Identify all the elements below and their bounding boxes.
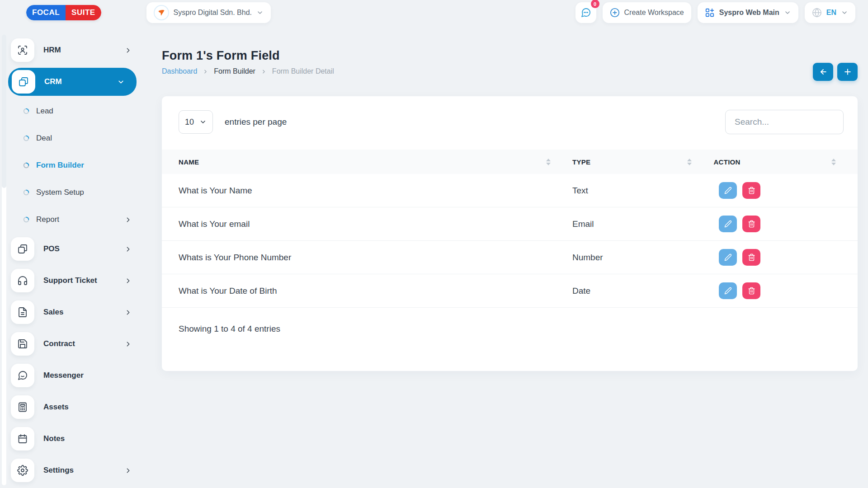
- row-actions: [713, 249, 858, 266]
- language-selector-label: EN: [826, 9, 836, 17]
- field-name-cell: Whats is Your Phone Number: [162, 253, 572, 263]
- sidebar-item-hrm[interactable]: HRM: [0, 34, 145, 66]
- sidebar-item-label: Contract: [43, 339, 124, 348]
- brand-logo-right: SUITE: [66, 5, 101, 20]
- entries-per-page-value: 10: [185, 117, 194, 127]
- row-actions: [713, 216, 858, 232]
- edit-button[interactable]: [719, 282, 737, 299]
- sidebar-item-messenger[interactable]: Messenger: [0, 360, 145, 391]
- form-fields-table: NAME TYPE ACTION What is Your Name Text: [162, 150, 858, 308]
- app-selector[interactable]: Syspro Web Main: [698, 2, 798, 23]
- chevron-down-icon: [784, 9, 791, 16]
- bullet-circle-icon: [23, 216, 30, 223]
- sidebar-item-sales[interactable]: Sales: [0, 296, 145, 328]
- delete-button[interactable]: [742, 249, 760, 266]
- sidebar-item-system-setup[interactable]: System Setup: [0, 179, 145, 206]
- field-type-cell: Number: [572, 253, 713, 263]
- sidebar-item-assets[interactable]: Assets: [0, 391, 145, 423]
- sidebar-item-report[interactable]: Report: [0, 206, 145, 233]
- page-actions: [813, 63, 858, 81]
- breadcrumb-form-builder-link[interactable]: Form Builder: [214, 67, 255, 75]
- chevron-right-icon: [124, 277, 132, 285]
- column-header-action[interactable]: ACTION: [713, 158, 858, 166]
- page-head: Form 1's Form Field Dashboard Form Build…: [162, 49, 858, 75]
- grid-plus-icon: [705, 8, 715, 18]
- trash-icon: [748, 287, 755, 295]
- chevron-right-icon: [124, 340, 132, 348]
- field-name-cell: What is Your Date of Birth: [162, 286, 572, 296]
- chevron-right-icon: [124, 47, 132, 54]
- arrow-left-icon: [819, 67, 828, 76]
- breadcrumb-dashboard-link[interactable]: Dashboard: [162, 67, 197, 75]
- workspace-selector[interactable]: Syspro Digital Sdn. Bhd.: [146, 2, 271, 23]
- field-name-cell: What is Your Name: [162, 186, 572, 196]
- trash-icon: [748, 253, 755, 261]
- edit-button[interactable]: [719, 216, 737, 232]
- sidebar-item-label: Support Ticket: [43, 276, 124, 285]
- sidebar-scrollbar[interactable]: [2, 34, 6, 485]
- sort-icon: [831, 159, 836, 165]
- bullet-circle-icon: [23, 189, 30, 196]
- sidebar: HRM CRM Lead Deal Form Bui: [0, 25, 145, 488]
- entries-per-page-select[interactable]: 10: [179, 110, 213, 134]
- search-input[interactable]: [725, 110, 844, 134]
- sidebar-item-notes[interactable]: Notes: [0, 423, 145, 455]
- sidebar-item-pos[interactable]: POS: [0, 233, 145, 265]
- language-selector[interactable]: EN: [805, 2, 855, 23]
- entries-per-page: 10 entries per page: [179, 110, 287, 134]
- sidebar-item-label: Notes: [43, 434, 132, 443]
- row-actions: [713, 282, 858, 299]
- column-header-name[interactable]: NAME: [162, 158, 572, 166]
- pencil-icon: [724, 287, 732, 295]
- row-actions: [713, 182, 858, 199]
- sidebar-item-label: HRM: [43, 46, 124, 55]
- table-row: What is Your email Email: [162, 207, 858, 241]
- sidebar-item-crm[interactable]: CRM: [8, 68, 137, 96]
- sidebar-item-label: Lead: [36, 107, 132, 116]
- back-button[interactable]: [813, 63, 833, 81]
- sidebar-item-label: Assets: [43, 403, 132, 412]
- page-title: Form 1's Form Field: [162, 49, 858, 63]
- sidebar-item-label: Form Builder: [36, 161, 132, 170]
- sidebar-item-label: CRM: [44, 77, 117, 86]
- sidebar-scrollbar-thumb[interactable]: [2, 34, 6, 188]
- entries-per-page-label: entries per page: [225, 117, 287, 127]
- sidebar-item-support-ticket[interactable]: Support Ticket: [0, 265, 145, 296]
- gear-icon: [11, 459, 34, 482]
- sidebar-item-label: System Setup: [36, 188, 132, 197]
- table-row: What is Your Name Text: [162, 174, 858, 207]
- sidebar-item-form-builder[interactable]: Form Builder: [0, 152, 145, 179]
- edit-button[interactable]: [719, 182, 737, 199]
- bullet-circle-icon: [23, 135, 30, 142]
- calculator-icon: [11, 395, 34, 419]
- breadcrumb-current: Form Builder Detail: [272, 67, 334, 75]
- create-workspace-label: Create Workspace: [624, 9, 684, 17]
- add-field-button[interactable]: [837, 63, 858, 81]
- trash-icon: [748, 220, 755, 228]
- sidebar-item-label: Deal: [36, 134, 132, 143]
- delete-button[interactable]: [742, 282, 760, 299]
- sidebar-item-settings[interactable]: Settings: [0, 455, 145, 486]
- delete-button[interactable]: [742, 182, 760, 199]
- sidebar-item-lead[interactable]: Lead: [0, 98, 145, 125]
- save-icon: [11, 332, 34, 356]
- pencil-icon: [724, 187, 732, 194]
- field-name-cell: What is Your email: [162, 219, 572, 229]
- column-header-type[interactable]: TYPE: [572, 158, 713, 166]
- main-content: Form 1's Form Field Dashboard Form Build…: [145, 25, 868, 488]
- chevron-down-icon: [256, 9, 264, 16]
- table-row: What is Your Date of Birth Date: [162, 274, 858, 308]
- brand-logo: FOCAL SUITE: [26, 5, 101, 20]
- messages-button[interactable]: 0: [576, 2, 596, 23]
- calendar-icon: [11, 427, 34, 450]
- field-type-cell: Date: [572, 286, 713, 296]
- hrm-icon: [11, 38, 34, 62]
- sidebar-item-contract[interactable]: Contract: [0, 328, 145, 360]
- delete-button[interactable]: [742, 216, 760, 232]
- pencil-icon: [724, 220, 732, 228]
- chevron-right-icon: [124, 245, 132, 253]
- create-workspace-button[interactable]: Create Workspace: [603, 2, 691, 23]
- sidebar-item-label: Sales: [43, 308, 124, 317]
- sidebar-item-deal[interactable]: Deal: [0, 125, 145, 152]
- edit-button[interactable]: [719, 249, 737, 266]
